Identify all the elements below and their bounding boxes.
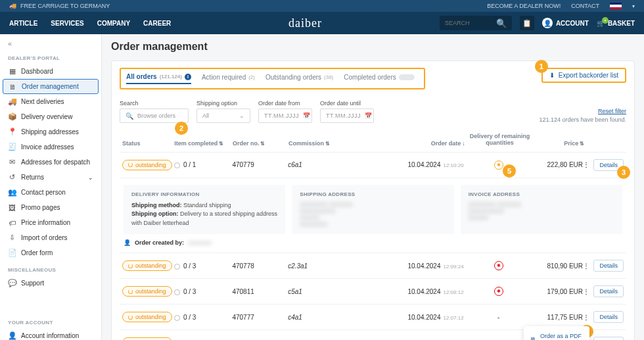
more-actions-button[interactable]: ⋮ [583,288,589,295]
dealer-link[interactable]: BECOME A DEALER NOW! [487,3,561,9]
nav-article[interactable]: ARTICLE [9,20,37,27]
tab-outstanding[interactable]: Outstanding orders(38) [265,74,333,84]
page-title: Order management [111,41,635,53]
col-price[interactable]: Price⇅ [535,140,584,147]
basket-link[interactable]: 🛒• BASKET [597,20,635,27]
sidebar-item-order-form[interactable]: 📄Order form [0,245,101,260]
export-backorder-button[interactable]: 1 ⬇ Export backorder list [541,68,626,83]
details-button[interactable]: Details [593,285,624,297]
sort-icon: ⇅ [219,141,223,147]
content-area: Order management All orders(121.124)i Ac… [102,34,644,340]
col-status[interactable]: Status [122,140,174,147]
truck-icon: 🚚 [8,97,16,106]
search-filter-input[interactable]: 🔍Browse orders [120,109,189,123]
contact-link[interactable]: CONTACT [571,3,599,9]
shipping-option-select[interactable]: All⌄ [196,109,250,123]
more-actions-button[interactable]: ⋮ [583,314,589,321]
radio-icon [174,264,180,270]
col-order-no[interactable]: Order no.⇅ [233,140,288,147]
sidebar-item-returns[interactable]: ↺Returns⌄ [0,170,101,185]
date-from-label: Order date from [258,100,312,107]
commission-cell: c5a1 [288,288,388,295]
item-completed-cell: 0 / 3 [174,288,233,295]
search-input-wrap[interactable]: 🔍 [440,16,512,30]
sidebar-item-contact-person[interactable]: 👥Contact person [0,185,101,200]
tab-completed[interactable]: Completed orders [344,74,414,84]
language-flag-icon[interactable] [610,3,622,9]
dashboard-icon: ▦ [8,67,16,76]
row-expanded-panel: DELIVERY INFORMATIONShipping method: Sta… [120,178,626,253]
promo-icon: 🖼 [8,203,16,212]
delivery-cell: ✱ [464,287,534,296]
shipping-address-panel: SHIPPING ADDRESSXXXXXXX XXXXXXXXXXXXXXXX… [292,185,453,235]
info-icon[interactable]: i [185,74,191,80]
table-row[interactable]: outstanding0 / 3470778c2.3a110.04.202412… [120,253,626,278]
people-icon: 👥 [8,188,16,197]
account-link[interactable]: 👤 ACCOUNT [542,18,589,28]
sidebar-item-order-management[interactable]: 🗎Order management [3,79,99,94]
delivery-cell: ✱ [464,160,534,170]
table-row[interactable]: outstanding0 / 3470811c5a110.04.202412:0… [120,278,626,304]
delivery-none: - [497,314,499,321]
sidebar-item-invoice-addresses[interactable]: 🧾Invoice addresses [0,139,101,155]
item-completed-cell: 0 / 1 [174,161,233,168]
commission-cell: c2.3a1 [288,262,388,270]
reset-filter-link[interactable]: Reset filter [539,108,626,114]
brand-logo[interactable]: daiber [288,16,322,30]
table-row[interactable]: outstanding0 / 1470779c6a110.04.202412:1… [120,152,626,178]
price-cell: 810,90 EUR [534,262,583,270]
date-from-input[interactable]: TT.MM.JJJJ📅 [258,109,312,123]
tab-all-orders[interactable]: All orders(121.124)i [126,73,191,84]
sidebar-item-delivery-overview[interactable]: 📦Delivery overview [0,109,101,124]
col-commission[interactable]: Commission⇅ [288,140,389,147]
table-row[interactable]: outstanding0 / 3470776c2a110.04.202412:0… [120,329,626,340]
action-order-pdf[interactable]: 🗎Order as a PDF file [524,330,589,340]
sidebar-item-dashboard[interactable]: ▦Dashboard [0,64,101,79]
search-icon[interactable]: 🔍 [496,18,507,28]
tag-icon: 🏷 [8,218,16,227]
col-delivery[interactable]: Delivery of remaining quantities [465,134,535,147]
sidebar-item-promo-pages[interactable]: 🖼Promo pages [0,200,101,215]
sidebar-item-support[interactable]: 💬Support [0,276,101,291]
pdf-icon: 🗎 [530,336,536,340]
sidebar-item-despatch-addresses[interactable]: ✉Addresses for despatch [0,155,101,170]
col-item-completed[interactable]: Item completed⇅ [174,140,233,147]
sidebar-item-price-info[interactable]: 🏷Price information [0,215,101,230]
tab-action-required[interactable]: Action required(2) [202,74,255,84]
calendar-icon: 📅 [303,112,311,119]
import-icon: ⇩ [8,233,16,242]
more-actions-button[interactable]: ⋮ [583,161,589,168]
delivery-info-panel: DELIVERY INFORMATIONShipping method: Sta… [124,185,285,235]
chevron-down-icon[interactable]: ▾ [632,3,635,9]
nav-career[interactable]: CAREER [143,20,171,27]
col-order-date[interactable]: Order date↓ [388,140,465,147]
nav-company[interactable]: COMPANY [97,20,130,27]
sidebar-head-account: YOUR ACCOUNT [0,317,101,328]
details-button[interactable]: Details [593,337,624,340]
sidebar-collapse-icon[interactable]: « [0,39,101,53]
order-no-cell: 470777 [232,314,288,321]
basket-badge: • [602,17,609,24]
promo-text: FREE CARRIAGE TO GERMANY [20,3,110,9]
support-icon: 💬 [8,279,16,287]
delivery-alert-icon: ✱ [494,287,503,296]
nav-services[interactable]: SERVICES [51,20,83,27]
search-icon: 🔍 [126,112,133,120]
item-completed-cell: 0 / 3 [174,262,233,270]
user-icon: 👤 [124,239,131,246]
more-actions-button[interactable]: ⋮ [583,262,589,270]
sidebar-item-shipping-addresses[interactable]: 📍Shipping addresses [0,124,101,139]
date-until-input[interactable]: TT.MM.JJJJ📅 [320,109,374,123]
delivery-warning-icon: ✱ [494,160,503,170]
sidebar-item-import-orders[interactable]: ⇩Import of orders [0,230,101,245]
details-button[interactable]: Details [593,260,624,272]
clipboard-button[interactable]: 📋 [520,16,534,30]
sidebar-item-account-info[interactable]: 👤Account information [0,328,101,340]
return-icon: ↺ [8,173,16,182]
details-button[interactable]: Details [593,311,624,323]
sidebar-item-next-deliveries[interactable]: 🚚Next deliveries [0,94,101,109]
status-badge: outstanding [122,312,172,322]
price-cell: 222,80 EUR [534,161,583,168]
search-input[interactable] [445,20,496,26]
chevron-down-icon: ⌄ [239,112,244,119]
